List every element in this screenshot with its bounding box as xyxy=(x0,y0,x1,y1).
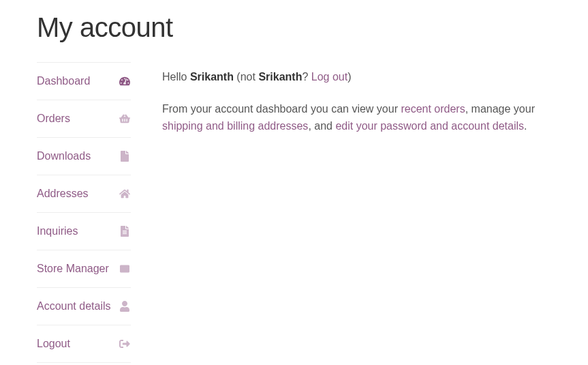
greeting-name: Srikanth xyxy=(190,71,234,83)
page-title: My account xyxy=(37,12,572,43)
intro-part4: . xyxy=(524,120,527,132)
account-content: Hello Srikanth (not Srikanth? Log out) F… xyxy=(162,62,572,363)
greeting-not-name: Srikanth xyxy=(258,71,302,83)
sidebar-item-label: Addresses xyxy=(37,188,89,200)
sidebar-item-label: Account details xyxy=(37,300,111,312)
home-icon xyxy=(119,188,131,200)
sidebar-item-label: Inquiries xyxy=(37,225,78,237)
file-icon xyxy=(119,150,131,162)
store-icon xyxy=(119,263,131,275)
greeting-not-prefix: (not xyxy=(234,71,258,83)
account-details-link[interactable]: edit your password and account details xyxy=(335,120,524,132)
sidebar-item-label: Orders xyxy=(37,113,70,125)
logout-icon xyxy=(119,338,131,350)
sidebar-item-store-manager[interactable]: Store Manager xyxy=(37,250,131,287)
intro-part1: From your account dashboard you can view… xyxy=(162,103,401,115)
svg-rect-0 xyxy=(121,265,129,272)
sidebar-item-inquiries[interactable]: Inquiries xyxy=(37,213,131,250)
sidebar-item-addresses[interactable]: Addresses xyxy=(37,175,131,212)
sidebar-item-downloads[interactable]: Downloads xyxy=(37,138,131,175)
sidebar-item-label: Store Manager xyxy=(37,263,109,275)
user-icon xyxy=(119,300,131,312)
greeting-hello: Hello xyxy=(162,71,190,83)
account-sidebar: Dashboard Orders Downloads xyxy=(37,62,131,363)
addresses-link[interactable]: shipping and billing addresses xyxy=(162,120,308,132)
basket-icon xyxy=(119,113,131,125)
intro-part2: , manage your xyxy=(465,103,535,115)
sidebar-item-label: Dashboard xyxy=(37,75,90,87)
sidebar-item-label: Downloads xyxy=(37,150,91,162)
greeting-question: ? xyxy=(302,71,311,83)
dashboard-icon xyxy=(119,75,131,87)
sidebar-item-logout[interactable]: Logout xyxy=(37,325,131,362)
file-alt-icon xyxy=(119,225,131,237)
greeting-text: Hello Srikanth (not Srikanth? Log out) xyxy=(162,69,572,86)
recent-orders-link[interactable]: recent orders xyxy=(401,103,465,115)
sidebar-item-orders[interactable]: Orders xyxy=(37,100,131,137)
sidebar-item-label: Logout xyxy=(37,338,70,350)
intro-part3: , and xyxy=(308,120,335,132)
intro-text: From your account dashboard you can view… xyxy=(162,101,572,135)
sidebar-item-account-details[interactable]: Account details xyxy=(37,288,131,325)
sidebar-item-dashboard[interactable]: Dashboard xyxy=(37,63,131,100)
greeting-close: ) xyxy=(347,71,351,83)
logout-link[interactable]: Log out xyxy=(311,71,347,83)
